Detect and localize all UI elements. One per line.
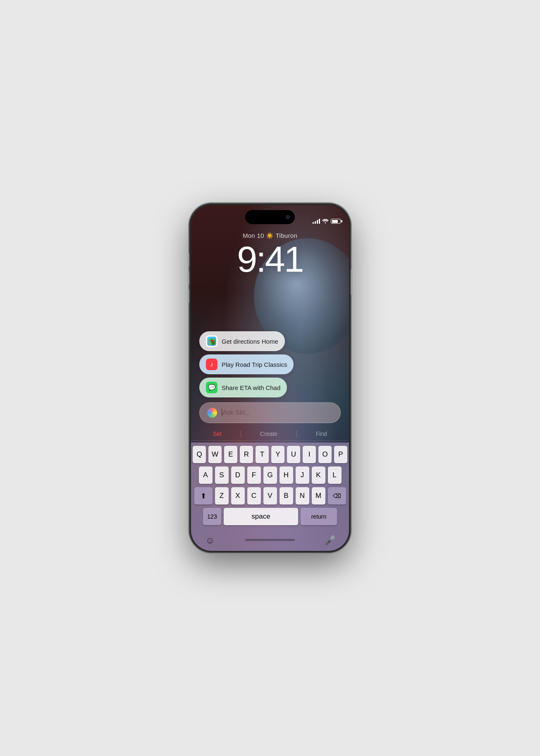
space-key[interactable]: space xyxy=(224,508,298,525)
keyboard-row-1: Q W E R T Y U I O P xyxy=(193,446,347,463)
key-c[interactable]: C xyxy=(247,487,261,505)
signal-icon xyxy=(313,219,320,224)
key-k[interactable]: K xyxy=(312,467,325,484)
key-v[interactable]: V xyxy=(263,487,277,505)
key-b[interactable]: B xyxy=(280,487,293,505)
key-t[interactable]: T xyxy=(256,446,269,463)
keyboard-bottom-bar: ☺ 🎤 xyxy=(193,529,347,551)
front-camera xyxy=(286,215,290,219)
key-u[interactable]: U xyxy=(287,446,300,463)
key-m[interactable]: M xyxy=(312,487,325,505)
signal-bar-1 xyxy=(313,222,314,224)
signal-bar-3 xyxy=(317,220,318,224)
return-key[interactable]: return xyxy=(301,508,337,525)
battery-fill xyxy=(332,220,338,223)
key-z[interactable]: Z xyxy=(215,487,229,505)
keyboard-row-3: ⬆ Z X C V B N M ⌫ xyxy=(193,487,347,505)
suggestion-music-text: Play Road Trip Classics xyxy=(222,361,287,368)
siri-input-placeholder: Ask Siri... xyxy=(221,409,251,417)
music-app-icon: ♪ xyxy=(206,359,217,370)
keyboard-row-bottom: 123 space return xyxy=(193,508,347,525)
shortcut-divider-2 xyxy=(296,431,297,437)
numbers-key[interactable]: 123 xyxy=(203,508,221,525)
signal-bar-2 xyxy=(315,221,316,224)
battery-icon xyxy=(331,219,341,224)
suggestion-maps-text: Get directions Home xyxy=(222,338,278,345)
suggestion-messages-text: Share ETA with Chad xyxy=(222,384,280,391)
suggestion-get-directions[interactable]: Get directions Home xyxy=(199,331,285,351)
key-r[interactable]: R xyxy=(240,446,253,463)
key-h[interactable]: H xyxy=(280,467,293,484)
key-e[interactable]: E xyxy=(224,446,237,463)
shortcut-find[interactable]: Find xyxy=(316,431,327,437)
key-d[interactable]: D xyxy=(231,467,245,484)
svg-point-4 xyxy=(211,340,213,342)
suggestion-share-eta[interactable]: 💬 Share ETA with Chad xyxy=(199,378,287,397)
shortcut-set[interactable]: Set xyxy=(213,431,222,437)
key-l[interactable]: L xyxy=(328,467,342,484)
key-j[interactable]: J xyxy=(296,467,309,484)
messages-app-icon: 💬 xyxy=(206,382,217,393)
key-p[interactable]: P xyxy=(334,446,347,463)
phone-device: Mon 10 ☀️ Tiburon 9:41 xyxy=(189,203,351,553)
key-q[interactable]: Q xyxy=(193,446,206,463)
dynamic-island xyxy=(245,210,295,224)
key-s[interactable]: S xyxy=(215,467,229,484)
phone-screen: Mon 10 ☀️ Tiburon 9:41 xyxy=(191,205,349,551)
status-right xyxy=(313,218,341,225)
key-a[interactable]: A xyxy=(199,467,213,484)
shortcut-suggestions-row: Set Create Find xyxy=(191,428,349,441)
siri-orb-icon xyxy=(207,408,217,418)
shift-key[interactable]: ⬆ xyxy=(194,487,213,505)
key-g[interactable]: G xyxy=(263,467,277,484)
shortcut-create[interactable]: Create xyxy=(260,431,277,437)
wifi-icon xyxy=(322,218,329,225)
clock-display: 9:41 xyxy=(191,241,349,278)
siri-suggestions: Get directions Home ♪ Play Road Trip Cla… xyxy=(191,331,349,397)
key-i[interactable]: I xyxy=(303,446,316,463)
key-f[interactable]: F xyxy=(247,467,261,484)
key-x[interactable]: X xyxy=(231,487,245,505)
key-y[interactable]: Y xyxy=(271,446,284,463)
signal-bar-4 xyxy=(319,219,320,224)
backspace-key[interactable]: ⌫ xyxy=(328,487,346,505)
keyboard-row-2: A S D F G H J K L xyxy=(193,467,347,484)
emoji-key[interactable]: ☺ xyxy=(203,532,217,549)
keyboard: Q W E R T Y U I O P A S D F G xyxy=(191,443,349,551)
microphone-key[interactable]: 🎤 xyxy=(323,532,337,549)
suggestion-play-music[interactable]: ♪ Play Road Trip Classics xyxy=(199,354,294,374)
shortcut-divider-1 xyxy=(241,431,241,437)
key-o[interactable]: O xyxy=(318,446,332,463)
siri-area: Get directions Home ♪ Play Road Trip Cla… xyxy=(191,331,349,551)
key-n[interactable]: N xyxy=(296,487,309,505)
home-indicator xyxy=(245,539,295,541)
ask-siri-bar[interactable]: Ask Siri... xyxy=(199,402,341,423)
key-w[interactable]: W xyxy=(208,446,222,463)
maps-app-icon xyxy=(206,335,217,347)
